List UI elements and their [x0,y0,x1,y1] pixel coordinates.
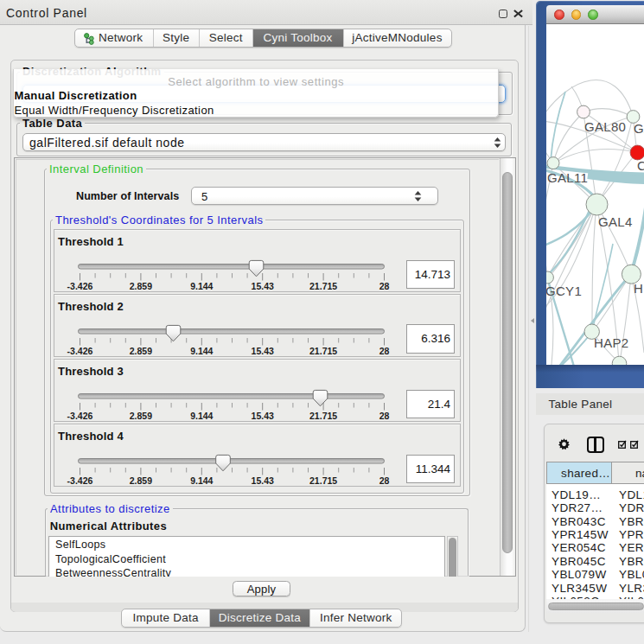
svg-text:9.144: 9.144 [190,345,213,355]
svg-text:15.43: 15.43 [252,345,274,355]
svg-text:21.715: 21.715 [309,281,337,291]
svg-text:15.43: 15.43 [252,281,274,291]
svg-text:28: 28 [379,345,390,355]
svg-text:2.859: 2.859 [130,475,152,486]
svg-text:28: 28 [379,411,390,421]
svg-text:-3.426: -3.426 [67,345,93,355]
svg-text:15.43: 15.43 [252,411,274,421]
svg-text:CY: CY [637,158,644,173]
svg-text:GAL4: GAL4 [598,214,633,229]
svg-text:21.715: 21.715 [309,475,337,486]
svg-text:GCY1: GCY1 [546,284,582,298]
svg-text:2.859: 2.859 [130,281,152,291]
svg-text:H: H [634,281,643,296]
svg-text:9.144: 9.144 [190,411,213,421]
svg-text:21.715: 21.715 [309,345,337,355]
svg-text:GA: GA [634,121,644,136]
svg-text:21.715: 21.715 [309,411,337,421]
svg-text:2.859: 2.859 [130,411,152,421]
svg-text:9.144: 9.144 [190,281,213,291]
svg-text:28: 28 [379,475,390,486]
svg-text:-3.426: -3.426 [67,281,93,291]
svg-text:HAP2: HAP2 [594,335,628,350]
svg-text:GAL11: GAL11 [547,170,588,185]
svg-text:28: 28 [379,281,390,291]
svg-text:15.43: 15.43 [252,475,274,486]
svg-text:GAL80: GAL80 [584,119,626,134]
svg-text:-3.426: -3.426 [67,475,93,486]
svg-text:9.144: 9.144 [190,475,213,486]
svg-text:2.859: 2.859 [130,345,152,355]
svg-text:-3.426: -3.426 [67,411,93,421]
